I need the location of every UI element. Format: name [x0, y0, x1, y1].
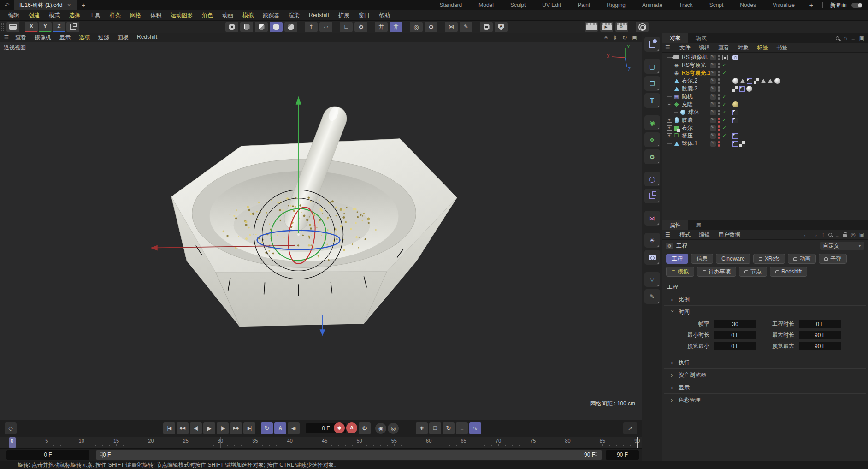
workspace-item[interactable]: Track [671, 2, 701, 8]
filter-icon[interactable] [836, 232, 839, 238]
visibility-dots[interactable] [718, 133, 720, 139]
range-grip-right[interactable] [595, 452, 597, 458]
enable-toggle-icon[interactable] [710, 86, 716, 92]
state-slot[interactable]: ✓ [722, 133, 728, 139]
go-to-end-button[interactable] [243, 422, 255, 434]
camera-tool-button[interactable] [644, 250, 660, 265]
editor-visibility-dot[interactable] [718, 55, 720, 57]
up-icon[interactable] [822, 232, 825, 238]
autokey-button[interactable] [346, 422, 357, 433]
enabled-check-icon[interactable]: ✓ [722, 133, 728, 139]
tab-layers[interactable]: 层 [688, 220, 709, 230]
viewport-solo-button[interactable] [480, 22, 493, 32]
maximize-icon[interactable] [632, 34, 637, 41]
generator-tool-button[interactable]: ◯ [644, 172, 660, 186]
render-visibility-dot[interactable] [718, 144, 720, 147]
workspace-item[interactable]: Standard [431, 2, 471, 8]
menu-item[interactable]: 扩展 [334, 12, 354, 19]
document-tab[interactable]: IE16-研钵 (1).c4d ✕ [14, 0, 77, 10]
object-row[interactable]: RS 摄像机 [662, 53, 868, 61]
pen-axis-tool-button[interactable] [644, 37, 660, 52]
render-visibility-dot[interactable] [718, 129, 720, 131]
menu-item[interactable]: 网格 [125, 12, 146, 19]
new-ui-toggle[interactable] [851, 3, 862, 8]
attr-tab-子弹[interactable]: 子弹 [819, 254, 847, 264]
asset-browser-button[interactable] [6, 22, 19, 32]
object-row[interactable]: −❋克隆✓ [662, 101, 868, 108]
field-tool-button[interactable]: ▽ [644, 272, 660, 287]
target-icon[interactable] [850, 232, 855, 238]
object-name[interactable]: 球体.1 [682, 140, 697, 148]
menu-item[interactable]: 窗口 [354, 12, 374, 19]
attr-tab-工程[interactable]: 工程 [666, 254, 688, 264]
pen-settings-button[interactable] [460, 22, 472, 32]
marker-button[interactable] [5, 422, 17, 434]
enable-toggle-icon[interactable] [710, 118, 716, 123]
render-view-button[interactable] [585, 22, 598, 32]
primitive-cube-tool-button[interactable]: ❒ [644, 76, 660, 91]
menu-item[interactable]: 跟踪器 [258, 12, 284, 19]
state-slot[interactable]: ✓ [722, 70, 728, 76]
check-tag-icon[interactable] [754, 78, 759, 84]
editor-visibility-dot[interactable] [718, 141, 720, 143]
text-tool-button[interactable]: T [644, 93, 660, 108]
effector-tool-button[interactable]: ⚙ [644, 149, 660, 164]
loop-button[interactable] [261, 422, 273, 434]
tab-takes[interactable]: 场次 [688, 33, 714, 43]
home-icon[interactable] [844, 35, 847, 42]
render-visibility-dot[interactable] [718, 121, 720, 123]
viewport-menu-item[interactable]: 过滤 [94, 34, 113, 42]
enable-toggle-icon[interactable] [710, 71, 716, 76]
state-slot[interactable]: ✓ [722, 101, 728, 107]
workspace-item[interactable]: Nodes [732, 2, 764, 8]
modeling-settings-button[interactable] [354, 22, 367, 32]
workspace-item[interactable]: Rigging [598, 2, 634, 8]
play-button[interactable] [203, 422, 215, 434]
menu-item[interactable]: 动画 [218, 12, 238, 19]
state-slot[interactable]: ✓ [722, 125, 728, 131]
enable-toggle-icon[interactable] [710, 78, 716, 84]
edges-mode-button[interactable] [240, 22, 253, 32]
expander-plus-icon[interactable]: + [667, 133, 672, 138]
spline-rect-tool-button[interactable]: ▢ [644, 59, 660, 74]
snap-button[interactable] [375, 22, 388, 32]
keying-settings-button[interactable] [359, 422, 371, 434]
enable-toggle-icon[interactable] [710, 94, 716, 100]
enabled-check-icon[interactable]: ✓ [722, 109, 728, 115]
gold-tag-icon[interactable] [732, 101, 738, 107]
lock-icon[interactable] [843, 234, 847, 237]
workspace-item[interactable]: Script [701, 2, 732, 8]
viewport-menu-item[interactable]: 选项 [75, 34, 94, 42]
play-mode-button[interactable] [274, 422, 286, 434]
menu-item[interactable]: 编辑 [4, 12, 24, 19]
state-slot[interactable]: ✓ [722, 94, 728, 100]
attribute-menu-item[interactable]: 用户数据 [714, 231, 744, 239]
viewport-menu-item[interactable]: 显示 [55, 34, 75, 42]
visibility-dots[interactable] [718, 71, 720, 76]
menu-item[interactable]: 创建 [24, 12, 44, 19]
mirror-tool-button[interactable] [445, 22, 458, 32]
object-row[interactable]: ▦随机✓ [662, 93, 868, 101]
attribute-menu-item[interactable]: 模式 [675, 231, 695, 239]
quantize-button[interactable] [390, 22, 402, 32]
workspace-item[interactable]: Animate [634, 2, 671, 8]
sound-button[interactable] [288, 422, 300, 434]
visibility-dots[interactable] [718, 141, 720, 147]
keyframe-selection-button[interactable] [375, 423, 386, 434]
object-manager-menu-item[interactable]: 标签 [753, 44, 772, 52]
axis-modify-button[interactable] [340, 22, 353, 32]
attr-tab-动画[interactable]: 动画 [788, 254, 816, 264]
enable-toggle-icon[interactable] [710, 102, 716, 107]
workspace-item[interactable]: UV Edit [534, 2, 569, 8]
object-name[interactable]: RS 摄像机 [682, 53, 708, 61]
next-key-button[interactable] [230, 422, 242, 434]
object-row[interactable]: ⊕RS穹顶光✓ [662, 61, 868, 69]
field-input[interactable]: 90 F [799, 331, 841, 339]
dolly-icon[interactable] [613, 34, 618, 41]
lock-y-button[interactable]: Y [39, 22, 52, 32]
expander-plus-icon[interactable]: + [667, 125, 672, 131]
editor-visibility-dot[interactable] [718, 78, 720, 81]
render-visibility-dot[interactable] [718, 89, 720, 92]
auto-mode-button[interactable] [495, 22, 508, 32]
app-logo-icon[interactable] [0, 0, 14, 10]
